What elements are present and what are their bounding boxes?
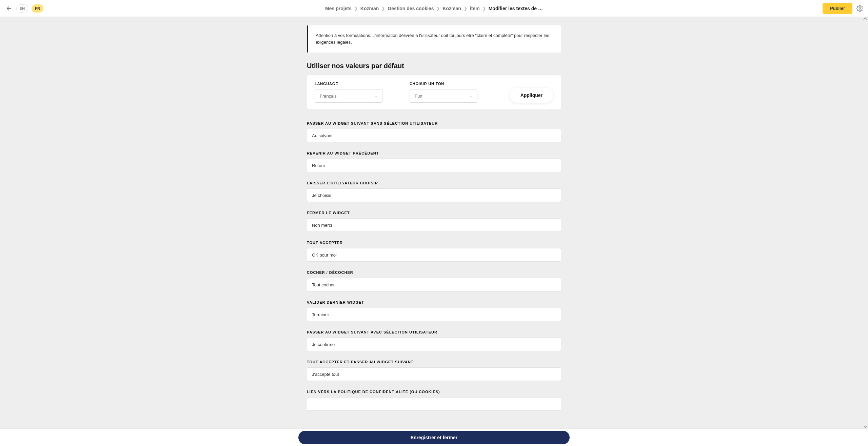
save-close-button[interactable]: Enregistrer et fermer [298, 431, 570, 444]
alert-text: Attention à vos formulations. L'informat… [316, 33, 549, 45]
field-accept-all-next: TOUT ACCEPTER ET PASSER AU WIDGET SUIVAN… [307, 360, 561, 381]
field-next-noselect: PASSER AU WIDGET SUIVANT SANS SÉLECTION … [307, 121, 561, 142]
tone-label: CHOISIR UN TON [410, 82, 477, 86]
field-input-close-widget[interactable] [307, 218, 561, 232]
field-close-widget: FERMER LE WIDGET [307, 211, 561, 232]
defaults-title: Utiliser nos valeurs par défaut [307, 62, 561, 70]
language-value: Français [320, 94, 337, 99]
field-label: TOUT ACCEPTER ET PASSER AU WIDGET SUIVAN… [307, 360, 561, 364]
breadcrumb-item[interactable]: item [470, 6, 480, 11]
tone-select[interactable]: Fun ⌄ [410, 89, 477, 103]
chevron-right-icon: ❯ [464, 6, 467, 11]
svg-point-1 [859, 7, 861, 9]
arrow-left-icon [6, 5, 12, 12]
gear-icon [856, 5, 863, 12]
footer-bar: Enregistrer et fermer [0, 428, 868, 446]
back-button[interactable] [5, 4, 13, 13]
defaults-card: LANGUAGE Français ⌄ CHOISIR UN TON Fun ⌄… [307, 75, 561, 110]
field-input-previous[interactable] [307, 159, 561, 172]
language-en-pill[interactable]: EN [16, 4, 28, 13]
field-validate-last: VALIDER DERNIER WIDGET [307, 300, 561, 321]
language-label: LANGUAGE [315, 82, 382, 86]
field-label: TOUT ACCEPTER [307, 241, 561, 245]
field-label: LAISSER L'UTILISATEUR CHOISIR [307, 181, 561, 185]
language-fr-pill[interactable]: FR [32, 4, 43, 13]
field-next-select: PASSER AU WIDGET SUIVANT AVEC SÉLECTION … [307, 330, 561, 351]
tone-group: CHOISIR UN TON Fun ⌄ [410, 82, 477, 103]
field-let-choose: LAISSER L'UTILISATEUR CHOISIR [307, 181, 561, 202]
field-accept-all: TOUT ACCEPTER [307, 241, 561, 262]
header-left: EN FR [5, 4, 43, 13]
field-previous: REVENIR AU WIDGET PRÉCÉDENT [307, 151, 561, 172]
field-label: PASSER AU WIDGET SUIVANT AVEC SÉLECTION … [307, 330, 561, 334]
field-label: FERMER LE WIDGET [307, 211, 561, 215]
apply-button[interactable]: Appliquer [510, 88, 553, 103]
field-input-accept-all-next[interactable] [307, 367, 561, 381]
field-label: VALIDER DERNIER WIDGET [307, 300, 561, 304]
breadcrumb-kozman-2[interactable]: Kozman [442, 6, 461, 11]
breadcrumb-current: Modifier les textes de … [489, 6, 543, 11]
field-check-uncheck: COCHER / DÉCOCHER [307, 270, 561, 291]
publish-button[interactable]: Publier [823, 3, 852, 14]
field-input-next-select[interactable] [307, 338, 561, 351]
language-group: LANGUAGE Français ⌄ [315, 82, 382, 103]
header-right: Publier [823, 3, 863, 14]
content-column: Attention à vos formulations. L'informat… [307, 25, 561, 411]
field-label: COCHER / DÉCOCHER [307, 270, 561, 275]
settings-button[interactable] [856, 5, 863, 12]
field-input-next-noselect[interactable] [307, 129, 561, 142]
field-label: REVENIR AU WIDGET PRÉCÉDENT [307, 151, 561, 155]
header-bar: EN FR Mes projets ❯ Kozman ❯ Gestion des… [0, 0, 868, 17]
main-scroll-area[interactable]: Attention à vos formulations. L'informat… [0, 17, 868, 428]
tone-value: Fun [415, 94, 422, 99]
info-alert: Attention à vos formulations. L'informat… [307, 25, 561, 53]
field-input-check-uncheck[interactable] [307, 278, 561, 291]
field-input-let-choose[interactable] [307, 188, 561, 202]
chevron-down-icon: ⌄ [374, 94, 377, 98]
field-input-validate-last[interactable] [307, 308, 561, 321]
breadcrumb-cookies[interactable]: Gestion des cookies [388, 6, 434, 11]
breadcrumb-projects[interactable]: Mes projets [325, 6, 352, 11]
language-select[interactable]: Français ⌄ [315, 89, 382, 103]
breadcrumb: Mes projets ❯ Kozman ❯ Gestion des cooki… [325, 6, 543, 11]
field-label: PASSER AU WIDGET SUIVANT SANS SÉLECTION … [307, 121, 561, 125]
chevron-right-icon: ❯ [436, 6, 440, 11]
field-input-accept-all[interactable] [307, 248, 561, 262]
field-input-privacy-link[interactable] [307, 397, 561, 411]
field-privacy-link: LIEN VERS LA POLITIQUE DE CONFIDENTIALIT… [307, 390, 561, 411]
breadcrumb-kozman-1[interactable]: Kozman [360, 6, 379, 11]
chevron-right-icon: ❯ [354, 6, 358, 11]
chevron-right-icon: ❯ [381, 6, 385, 11]
field-label: LIEN VERS LA POLITIQUE DE CONFIDENTIALIT… [307, 390, 561, 394]
chevron-right-icon: ❯ [482, 6, 486, 11]
chevron-down-icon: ⌄ [469, 94, 472, 98]
